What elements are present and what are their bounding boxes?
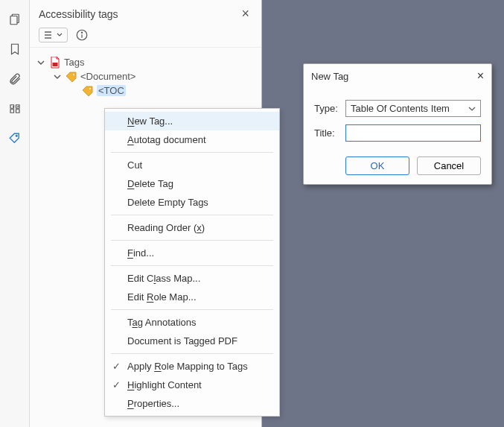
close-icon[interactable]: ×: [238, 6, 252, 22]
menu-separator: [111, 265, 273, 266]
menu-separator: [111, 309, 273, 310]
type-label: Type:: [314, 103, 345, 114]
bookmark-icon[interactable]: [3, 37, 27, 61]
svg-point-8: [81, 32, 82, 33]
tree-root-label: Tags: [64, 57, 84, 68]
svg-point-10: [73, 74, 74, 75]
options-menu-button[interactable]: [39, 28, 68, 42]
dialog-title: New Tag: [311, 71, 348, 82]
tree-document[interactable]: <Document>: [36, 69, 255, 83]
tag-icon: [66, 72, 77, 82]
title-label: Title:: [314, 127, 345, 139]
menu-properties[interactable]: Properties...: [105, 394, 279, 413]
tags-tree: Tags <Document> · <TOC: [30, 48, 261, 105]
side-toolbar: [0, 0, 30, 427]
cancel-button[interactable]: Cancel: [417, 156, 481, 175]
svg-point-2: [16, 135, 17, 136]
menu-cut[interactable]: Cut: [105, 156, 279, 174]
pdf-tags-icon: [49, 57, 61, 68]
chevron-down-icon[interactable]: [36, 59, 46, 66]
svg-rect-9: [53, 63, 58, 66]
tree-toc-label: <TOC: [97, 85, 126, 96]
menu-apply-role-mapping[interactable]: Apply Role Mapping to Tags: [105, 357, 279, 376]
pages-icon[interactable]: [3, 7, 27, 31]
type-select[interactable]: Table Of Contents Item: [345, 100, 481, 117]
menu-separator: [111, 353, 273, 354]
menu-separator: [111, 240, 273, 241]
info-icon[interactable]: [75, 28, 89, 42]
close-icon[interactable]: ×: [477, 69, 484, 83]
context-menu: New Tag... Autotag document Cut Delete T…: [104, 108, 280, 417]
tags-icon[interactable]: [3, 127, 27, 151]
menu-delete-empty[interactable]: Delete Empty Tags: [105, 193, 279, 212]
title-input[interactable]: [345, 124, 481, 142]
chevron-down-icon[interactable]: [52, 73, 63, 80]
new-tag-dialog: New Tag × Type: Table Of Contents Item T…: [303, 63, 492, 185]
tree-root[interactable]: Tags: [36, 55, 255, 69]
tag-icon: [82, 86, 94, 96]
menu-find[interactable]: Find...: [105, 244, 279, 262]
panel-title: Accessibility tags: [39, 8, 118, 20]
attachment-icon[interactable]: [3, 67, 27, 91]
menu-new-tag[interactable]: New Tag...: [105, 112, 279, 130]
ok-button[interactable]: OK: [345, 156, 409, 175]
menu-highlight-content[interactable]: Highlight Content: [105, 376, 279, 394]
menu-reading-order[interactable]: Reading Order (x): [105, 218, 279, 237]
document-area: New Tag × Type: Table Of Contents Item T…: [262, 0, 504, 427]
menu-delete-tag[interactable]: Delete Tag: [105, 174, 279, 193]
menu-separator: [111, 152, 273, 153]
type-select-value: Table Of Contents Item: [351, 103, 450, 114]
tree-document-label: <Document>: [80, 71, 135, 82]
menu-edit-class-map[interactable]: Edit Class Map...: [105, 269, 279, 288]
svg-point-11: [89, 88, 91, 89]
menu-edit-role-map[interactable]: Edit Role Map...: [105, 288, 279, 306]
svg-rect-1: [10, 16, 17, 25]
layers-icon[interactable]: [3, 97, 27, 121]
chevron-down-icon: [468, 105, 476, 113]
menu-document-tagged[interactable]: Document is Tagged PDF: [105, 332, 279, 350]
tree-toc[interactable]: · <TOC: [36, 83, 255, 98]
menu-separator: [111, 215, 273, 215]
menu-tag-annotations[interactable]: Tag Annotations: [105, 313, 279, 332]
menu-autotag[interactable]: Autotag document: [105, 130, 279, 149]
